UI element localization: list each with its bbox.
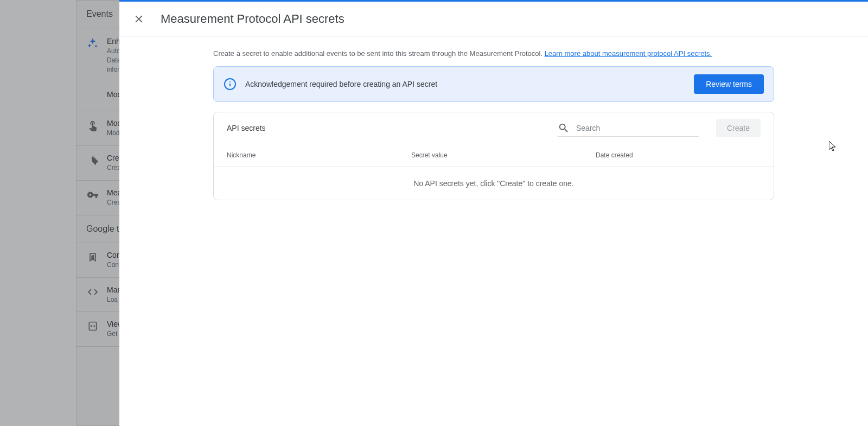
modal-title: Measurement Protocol API secrets bbox=[161, 12, 344, 26]
search-input[interactable] bbox=[576, 124, 699, 132]
table-header: Nickname Secret value Date created bbox=[214, 144, 774, 167]
create-button[interactable]: Create bbox=[716, 119, 761, 137]
col-nickname: Nickname bbox=[227, 151, 411, 159]
close-icon bbox=[133, 13, 145, 25]
search-icon bbox=[558, 122, 570, 134]
acknowledgement-text: Acknowledgement required before creating… bbox=[245, 80, 685, 88]
search-field-wrap bbox=[558, 120, 699, 137]
learn-more-link[interactable]: Learn more about measurement protocol AP… bbox=[545, 49, 712, 58]
modal-panel: Measurement Protocol API secrets Create … bbox=[119, 0, 868, 426]
info-icon bbox=[224, 78, 237, 91]
modal-header: Measurement Protocol API secrets bbox=[119, 2, 868, 36]
close-button[interactable] bbox=[128, 8, 150, 30]
modal-body: Create a secret to enable additional eve… bbox=[119, 36, 868, 426]
review-terms-button[interactable]: Review terms bbox=[694, 74, 764, 94]
empty-state: No API secrets yet, click "Create" to cr… bbox=[214, 167, 774, 200]
col-secret-value: Secret value bbox=[411, 151, 596, 159]
api-secrets-label: API secrets bbox=[227, 124, 266, 132]
col-date-created: Date created bbox=[596, 151, 761, 159]
intro-text: Create a secret to enable additional eve… bbox=[213, 49, 774, 58]
api-secrets-card: API secrets Create Nickname Secret value… bbox=[213, 112, 774, 200]
svg-point-4 bbox=[229, 81, 231, 82]
acknowledgement-banner: Acknowledgement required before creating… bbox=[213, 66, 774, 102]
secrets-toolbar: API secrets Create bbox=[214, 112, 774, 144]
intro-text-main: Create a secret to enable additional eve… bbox=[213, 49, 545, 58]
